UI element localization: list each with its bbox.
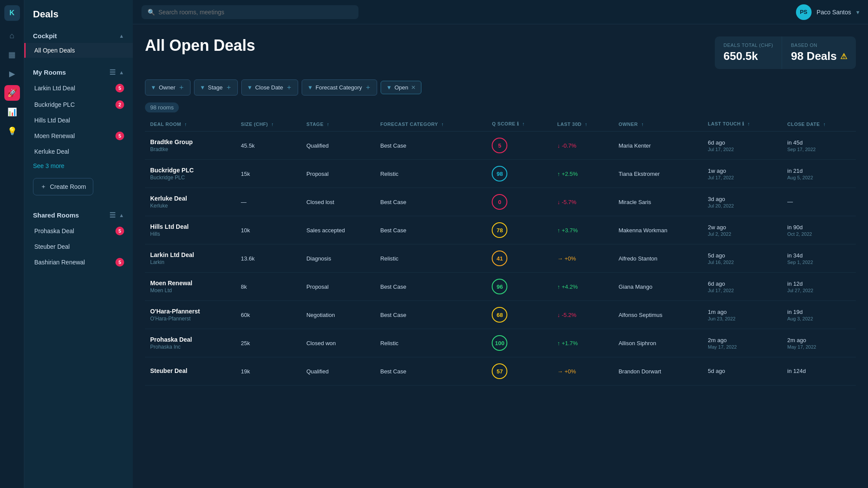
cell-qscore: 98 [487,160,552,188]
see-more-my-rooms[interactable]: See 3 more [24,159,133,173]
table-row[interactable]: Moen Renewal Moen Ltd 8k Proposal Best C… [145,273,856,301]
cell-stage: Closed lost [301,188,375,216]
close-date-filter-plus: ＋ [286,83,293,92]
active-filter-close[interactable]: ✕ [411,84,416,91]
table-row[interactable]: Prohaska Deal Prohaska Inc 25k Closed wo… [145,329,856,357]
cell-closedate: in 45d Sep 17, 2022 [782,132,856,160]
col-lasttouch[interactable]: LAST TOUCH ℹ ↑ [703,117,782,132]
cell-size: 13.6k [236,244,301,273]
nav-bulb-icon[interactable]: 💡 [4,123,20,139]
topbar: 🔍 PS Paco Santos ▾ [133,0,868,24]
stage-filter[interactable]: ▼ Stage ＋ [194,79,238,96]
nav-calendar-icon[interactable]: ▦ [4,47,20,63]
nav-home-icon[interactable]: ⌂ [4,28,20,43]
cell-stage: Diagnosis [301,244,375,273]
cell-owner: Makenna Workman [613,216,703,244]
nav-rocket-icon[interactable]: 🚀 [4,85,20,101]
col-forecast[interactable]: FORECAST CATEGORY ↑ [375,117,487,132]
cell-stage: Qualified [301,132,375,160]
stage-filter-plus: ＋ [225,83,232,92]
cell-last30d: ↓ -0.7% [552,132,613,160]
col-closedate[interactable]: CLOSE DATE ↑ [782,117,856,132]
cell-stage: Negotiation [301,301,375,329]
search-box[interactable]: 🔍 [141,5,358,19]
search-input[interactable] [158,9,352,16]
cell-qscore: 41 [487,244,552,273]
icon-rail: K ⌂ ▦ ▶ 🚀 📊 💡 [0,0,24,488]
cell-size: — [236,188,301,216]
cell-deal-name: Moen Renewal Moen Ltd [145,273,236,301]
cell-size: 60k [236,301,301,329]
table-row[interactable]: Larkin Ltd Deal Larkin 13.6k Diagnosis R… [145,244,856,273]
col-last30d[interactable]: LAST 30D ↑ [552,117,613,132]
nav-play-icon[interactable]: ▶ [4,66,20,82]
cell-owner: Alfonso Septimus [613,301,703,329]
cockpit-header[interactable]: Cockpit ▲ [24,29,133,43]
sidebar-item-larkin[interactable]: Larkin Ltd Deal 5 [24,80,133,96]
stats-based-on-label: BASED ON [791,43,847,48]
cell-forecast: Best Case [375,216,487,244]
stage-filter-label: Stage [208,84,223,91]
close-date-filter[interactable]: ▼ Close Date ＋ [241,79,298,96]
col-stage[interactable]: STAGE ↑ [301,117,375,132]
cell-closedate: in 124d [782,357,856,386]
cell-qscore: 100 [487,329,552,357]
cell-last30d: ↓ -5.2% [552,301,613,329]
cell-forecast: Relistic [375,329,487,357]
table-row[interactable]: Buckridge PLC Buckridge PLC 15k Proposal… [145,160,856,188]
shared-rooms-header[interactable]: Shared Rooms ☰ ▲ [24,208,133,223]
sidebar-item-buckridge[interactable]: Buckridge PLC 2 [24,96,133,113]
active-filter-label: Open [395,84,408,91]
sidebar-item-prohaska[interactable]: Prohaska Deal 5 [24,223,133,239]
avatar: PS [796,4,812,20]
see-more-link[interactable]: See 3 more [33,162,64,169]
cell-size: 10k [236,216,301,244]
cell-qscore: 0 [487,188,552,216]
shared-rooms-chevron: ▲ [119,212,124,218]
create-room-button[interactable]: ＋ Create Room [33,178,93,195]
table-row[interactable]: Hills Ltd Deal Hills 10k Sales accepted … [145,216,856,244]
cell-qscore: 5 [487,132,552,160]
table-row[interactable]: Bradtke Group Bradtke 45.5k Qualified Be… [145,132,856,160]
nav-chart-icon[interactable]: 📊 [4,104,20,120]
table-row[interactable]: O'Hara-Pfannerst O'Hara-Pfannerst 60k Ne… [145,301,856,329]
cell-forecast: Relistic [375,160,487,188]
col-qscore[interactable]: Q SCORE ℹ ↑ [487,117,552,132]
deals-table: DEAL ROOM ↑ SIZE (CHF) ↑ STAGE ↑ FORECAS… [145,117,856,386]
sidebar-title: Deals [24,0,133,25]
logo-button[interactable]: K [4,5,20,21]
sidebar-item-hills[interactable]: Hills Ltd Deal [24,113,133,128]
cell-last30d: → +0% [552,357,613,386]
active-filter-open[interactable]: ▼ Open ✕ [381,81,421,94]
sidebar-item-kerluke[interactable]: Kerluke Deal [24,144,133,159]
owner-filter[interactable]: ▼ Owner ＋ [145,79,191,96]
cockpit-section: Cockpit ▲ All Open Deals [24,25,133,61]
forecast-category-filter[interactable]: ▼ Forecast Category ＋ [302,79,377,96]
cell-deal-name: Prohaska Deal Prohaska Inc [145,329,236,357]
my-rooms-header[interactable]: My Rooms ☰ ▲ [24,65,133,80]
user-dropdown-icon[interactable]: ▾ [856,9,859,16]
sidebar-item-steuber[interactable]: Steuber Deal [24,239,133,254]
forecast-filter-icon: ▼ [307,84,313,91]
cell-last30d: ↓ -5.7% [552,188,613,216]
col-owner[interactable]: OWNER ↑ [613,117,703,132]
cell-forecast: Best Case [375,301,487,329]
sidebar-item-all-open-deals[interactable]: All Open Deals [24,43,133,58]
cell-size: 25k [236,329,301,357]
cell-deal-name: O'Hara-Pfannerst O'Hara-Pfannerst [145,301,236,329]
shared-rooms-list-icon: ☰ [109,211,115,219]
cell-lasttouch: 5d ago Jul 16, 2022 [703,244,782,273]
cell-last30d: ↑ +4.2% [552,273,613,301]
table-row[interactable]: Kerluke Deal Kerluke — Closed lost Best … [145,188,856,216]
col-size[interactable]: SIZE (CHF) ↑ [236,117,301,132]
sidebar-item-moen[interactable]: Moen Renewal 5 [24,128,133,144]
cell-lasttouch: 5d ago [703,357,782,386]
cell-stage: Proposal [301,273,375,301]
cell-last30d: ↑ +1.7% [552,329,613,357]
col-deal-room[interactable]: DEAL ROOM ↑ [145,117,236,132]
stats-total-value: 650.5k [723,49,773,63]
table-row[interactable]: Steuber Deal 19k Qualified Best Case 57 … [145,357,856,386]
cell-size: 19k [236,357,301,386]
sidebar-item-bashirian[interactable]: Bashirian Renewal 5 [24,254,133,270]
cell-lasttouch: 3d ago Jul 20, 2022 [703,188,782,216]
